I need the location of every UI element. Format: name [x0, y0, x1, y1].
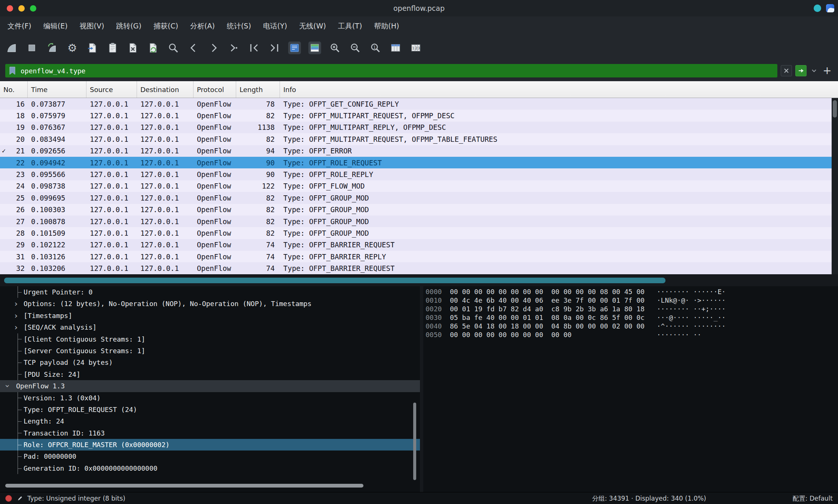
- column-header-length[interactable]: Length: [236, 81, 280, 98]
- pane-splitter[interactable]: [420, 286, 423, 492]
- chevron-down-icon[interactable]: ›: [2, 384, 13, 388]
- menu-item-tools[interactable]: 工具(T): [332, 16, 368, 35]
- hex-row[interactable]: 0020 00 01 19 fd b7 82 d4 a0 c8 9b 2b 3b…: [426, 305, 838, 314]
- go-last-icon[interactable]: [268, 42, 281, 54]
- find-packet-icon[interactable]: [167, 42, 180, 54]
- reload-file-icon[interactable]: [147, 42, 159, 54]
- hex-row[interactable]: 0050 00 00 00 00 00 00 00 00 00 00 ·····…: [426, 331, 838, 339]
- display-filter-input[interactable]: [20, 67, 774, 75]
- colorize-icon[interactable]: [308, 42, 321, 54]
- packet-row[interactable]: 260.100303127.0.0.1127.0.0.1OpenFlow82Ty…: [0, 204, 838, 216]
- add-filter-button[interactable]: +: [822, 65, 833, 76]
- packet-row[interactable]: 220.094942127.0.0.1127.0.0.1OpenFlow90Ty…: [0, 157, 838, 168]
- menu-item-telephony[interactable]: 电话(Y): [257, 16, 293, 35]
- expert-info-icon[interactable]: [5, 495, 12, 502]
- packet-row[interactable]: 270.100878127.0.0.1127.0.0.1OpenFlow82Ty…: [0, 216, 838, 227]
- detail-row[interactable]: ›OpenFlow 1.3: [0, 380, 420, 392]
- close-file-icon[interactable]: [127, 42, 139, 54]
- column-header-protocol[interactable]: Protocol: [193, 81, 236, 98]
- save-file-icon[interactable]: [106, 42, 119, 54]
- packet-list-hscrollbar[interactable]: [0, 274, 838, 286]
- packet-row[interactable]: 240.098738127.0.0.1127.0.0.1OpenFlow122T…: [0, 180, 838, 192]
- chevron-right-icon[interactable]: ›: [13, 298, 18, 309]
- column-header-info[interactable]: Info: [280, 81, 838, 98]
- packet-row[interactable]: 320.103206127.0.0.1127.0.0.1OpenFlow74Ty…: [0, 262, 838, 274]
- column-header-destination[interactable]: Destination: [137, 81, 193, 98]
- details-scrollbar[interactable]: [413, 403, 416, 480]
- packet-row[interactable]: 180.075979127.0.0.1127.0.0.1OpenFlow82Ty…: [0, 110, 838, 121]
- chevron-right-icon[interactable]: ›: [13, 321, 18, 333]
- hex-row[interactable]: 0030 05 ba fe 40 00 00 01 01 08 0a 00 0c…: [426, 314, 838, 322]
- menu-item-capture[interactable]: 捕获(C): [147, 16, 184, 35]
- detail-row[interactable]: [Server Contiguous Streams: 1]: [0, 345, 420, 357]
- detail-row[interactable]: ›[Timestamps]: [0, 310, 420, 321]
- menu-item-edit[interactable]: 编辑(E): [37, 16, 74, 35]
- packet-row[interactable]: 280.101509127.0.0.1127.0.0.1OpenFlow82Ty…: [0, 227, 838, 239]
- restart-capture-icon[interactable]: [46, 42, 58, 54]
- packet-details-pane[interactable]: Urgent Pointer: 0›Options: (12 bytes), N…: [0, 286, 420, 492]
- menu-item-analyze[interactable]: 分析(A): [184, 16, 221, 35]
- go-first-icon[interactable]: [248, 42, 260, 54]
- zoom-in-icon[interactable]: [329, 42, 341, 54]
- detail-row[interactable]: TCP payload (24 bytes): [0, 357, 420, 368]
- filter-dropdown-icon[interactable]: [810, 68, 818, 74]
- menu-item-file[interactable]: 文件(F): [1, 16, 37, 35]
- chevron-right-icon[interactable]: ›: [13, 310, 18, 321]
- detail-row[interactable]: Type: OFPT_ROLE_REQUEST (24): [0, 404, 420, 415]
- profile-status[interactable]: 配置: Default: [793, 494, 833, 503]
- detail-row[interactable]: ›[SEQ/ACK analysis]: [0, 321, 420, 333]
- stop-capture-icon[interactable]: [25, 42, 38, 54]
- go-forward-icon[interactable]: [207, 42, 220, 54]
- detail-row[interactable]: [PDU Size: 24]: [0, 369, 420, 380]
- detail-row[interactable]: Version: 1.3 (0x04): [0, 392, 420, 404]
- zoom-out-icon[interactable]: [349, 42, 362, 54]
- packet-row[interactable]: 210.092656127.0.0.1127.0.0.1OpenFlow94Ty…: [0, 145, 838, 157]
- menu-item-statistics[interactable]: 统计(S): [221, 16, 257, 35]
- packet-list-scrollbar[interactable]: [832, 98, 838, 274]
- detail-row[interactable]: Role: OFPCR_ROLE_MASTER (0x00000002): [0, 439, 420, 450]
- packet-list-pane[interactable]: 160.073877127.0.0.1127.0.0.1OpenFlow78Ty…: [0, 98, 838, 274]
- packet-row[interactable]: 190.076367127.0.0.1127.0.0.1OpenFlow1138…: [0, 122, 838, 133]
- detail-row[interactable]: ›Options: (12 bytes), No-Operation (NOP)…: [0, 298, 420, 309]
- bookmark-icon[interactable]: [9, 66, 16, 75]
- packet-row[interactable]: 230.095566127.0.0.1127.0.0.1OpenFlow90Ty…: [0, 168, 838, 180]
- menu-item-help[interactable]: 帮助(H): [368, 16, 405, 35]
- packet-row[interactable]: 200.083494127.0.0.1127.0.0.1OpenFlow82Ty…: [0, 133, 838, 145]
- go-to-packet-icon[interactable]: [228, 42, 240, 54]
- packet-row[interactable]: 290.102122127.0.0.1127.0.0.1OpenFlow74Ty…: [0, 239, 838, 251]
- open-file-icon[interactable]: [86, 42, 99, 54]
- details-hscrollbar[interactable]: [5, 484, 363, 488]
- column-header-source[interactable]: Source: [86, 81, 137, 98]
- packet-row[interactable]: 250.099695127.0.0.1127.0.0.1OpenFlow82Ty…: [0, 192, 838, 204]
- display-filter-field[interactable]: [5, 64, 777, 77]
- hscrollbar-thumb[interactable]: [4, 278, 665, 283]
- column-header-no[interactable]: No.: [0, 81, 28, 98]
- detail-row[interactable]: Length: 24: [0, 415, 420, 427]
- menu-item-go[interactable]: 跳转(G): [110, 16, 147, 35]
- menu-item-view[interactable]: 视图(V): [74, 16, 110, 35]
- packet-row[interactable]: 310.103126127.0.0.1127.0.0.1OpenFlow74Ty…: [0, 251, 838, 262]
- start-capture-icon[interactable]: [5, 42, 18, 54]
- resize-columns-icon[interactable]: [389, 42, 402, 54]
- apply-filter-button[interactable]: [795, 65, 807, 76]
- detail-row[interactable]: Generation ID: 0x0000000000000000: [0, 462, 420, 474]
- packet-row[interactable]: 160.073877127.0.0.1127.0.0.1OpenFlow78Ty…: [0, 98, 838, 110]
- detail-row[interactable]: Pad: 00000000: [0, 450, 420, 462]
- clear-filter-button[interactable]: [781, 65, 792, 76]
- hex-dump-pane[interactable]: 0000 00 00 00 00 00 00 00 00 00 00 00 00…: [423, 286, 838, 492]
- hex-row[interactable]: 0040 86 5e 04 18 00 18 00 00 04 8b 00 00…: [426, 322, 838, 331]
- capture-options-icon[interactable]: ⚙: [66, 42, 79, 54]
- capture-comment-icon[interactable]: [16, 495, 23, 502]
- menu-item-wireless[interactable]: 无线(W): [293, 16, 332, 35]
- hex-row[interactable]: 0000 00 00 00 00 00 00 00 00 00 00 00 00…: [426, 288, 838, 296]
- detail-row[interactable]: Transaction ID: 1163: [0, 427, 420, 439]
- column-header-time[interactable]: Time: [28, 81, 86, 98]
- hex-row[interactable]: 0010 00 4c 4e 6b 40 00 40 06 ee 3e 7f 00…: [426, 296, 838, 305]
- column-width-icon[interactable]: 123: [409, 42, 422, 54]
- go-back-icon[interactable]: [187, 42, 200, 54]
- auto-scroll-icon[interactable]: [288, 42, 301, 54]
- detail-row[interactable]: Urgent Pointer: 0: [0, 286, 420, 298]
- zoom-normal-icon[interactable]: 1: [369, 42, 382, 54]
- scrollbar-thumb[interactable]: [833, 100, 837, 117]
- detail-row[interactable]: [Client Contiguous Streams: 1]: [0, 333, 420, 345]
